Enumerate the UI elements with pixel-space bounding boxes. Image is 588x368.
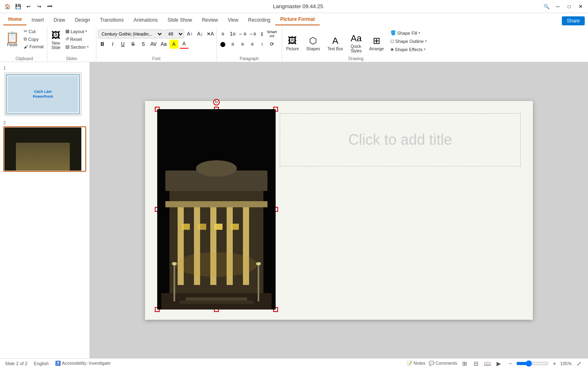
numbering-button[interactable]: 1≡ — [228, 29, 237, 38]
format-label: Format — [29, 44, 44, 49]
layout-dropdown-arrow: ▾ — [85, 29, 87, 33]
comments-button[interactable]: 💬 Comments — [429, 361, 457, 366]
align-right-button[interactable]: ≡ — [238, 40, 247, 49]
tab-review[interactable]: Review — [197, 15, 223, 25]
svg-rect-21 — [258, 265, 259, 301]
zoom-in-button[interactable]: + — [550, 359, 559, 368]
reset-button[interactable]: ↺ Reset — [64, 36, 90, 43]
zoom-control: − + 105% — [506, 359, 572, 368]
font-size-select[interactable]: 48 — [165, 29, 184, 38]
slide-show-button[interactable]: ▶ — [495, 359, 503, 368]
paragraph-label: Paragraph — [217, 56, 282, 61]
slide-1-thumb[interactable]: Cách LàmPowerPoint — [3, 72, 86, 117]
bullets-button[interactable]: ≡ — [218, 29, 227, 38]
justify-button[interactable]: ≡ — [248, 40, 257, 49]
text-direction-button[interactable]: ⟳ — [267, 40, 276, 49]
shape-fill-button[interactable]: 🪣 Shape Fill ▾ — [389, 29, 428, 36]
svg-point-20 — [172, 262, 177, 265]
svg-point-15 — [176, 252, 257, 277]
arrange-label: Arrange — [369, 47, 384, 51]
format-painter-button[interactable]: 🖌 Format — [22, 43, 45, 50]
highlight-button[interactable]: A — [169, 40, 178, 49]
shape-outline-label: Shape Outline — [395, 39, 424, 44]
fit-to-window-button[interactable]: ⤢ — [575, 359, 583, 368]
decrease-indent-button[interactable]: ←≡ — [238, 29, 247, 38]
cut-label: Cut — [29, 29, 36, 34]
layout-button[interactable]: ▦ Layout ▾ — [64, 28, 90, 35]
slide-2-thumb[interactable] — [3, 126, 86, 172]
undo-icon[interactable]: ↩ — [24, 2, 33, 11]
picture-button[interactable]: 🖼 Picture — [284, 34, 301, 53]
shape-fill-label: Shape Fill — [397, 31, 417, 36]
tab-slideshow[interactable]: Slide Show — [163, 15, 197, 25]
reading-view-button[interactable]: 📖 — [483, 359, 492, 368]
clear-formatting-button[interactable]: ✕A — [206, 29, 215, 38]
normal-view-button[interactable]: ⊞ — [461, 359, 469, 368]
arrange-button[interactable]: ⊞ Arrange — [367, 34, 386, 53]
zoom-slider[interactable] — [516, 360, 549, 367]
tab-draw[interactable]: Draw — [49, 15, 70, 25]
share-button[interactable]: Share — [562, 16, 585, 25]
tab-animations[interactable]: Animations — [129, 15, 163, 25]
save-icon[interactable]: 💾 — [14, 2, 22, 11]
increase-indent-button[interactable]: →≡ — [248, 29, 257, 38]
font-family-select[interactable]: Century Gothic (Headin... — [98, 29, 163, 38]
search-icon[interactable]: 🔍 — [542, 2, 550, 11]
slide-canvas[interactable]: ↻ — [145, 101, 533, 320]
change-case-button[interactable]: Aa — [159, 40, 168, 49]
layout-icon: ▦ — [65, 29, 69, 34]
align-center-button[interactable]: ≡ — [228, 40, 237, 49]
slide-1-inner: Cách LàmPowerPoint — [8, 76, 78, 112]
decrease-font-button[interactable]: A↓ — [196, 29, 205, 38]
char-spacing-button[interactable]: AV — [149, 40, 158, 49]
zoom-out-button[interactable]: − — [506, 359, 514, 368]
redo-icon[interactable]: ↪ — [35, 2, 43, 11]
tab-design[interactable]: Design — [70, 15, 95, 25]
minimize-icon[interactable]: ─ — [554, 2, 562, 11]
shadow-button[interactable]: S — [139, 40, 148, 49]
quick-styles-button[interactable]: Aa QuickStyles — [348, 31, 364, 55]
textbox-icon: A — [332, 36, 339, 46]
underline-button[interactable]: U — [118, 40, 127, 49]
italic-button[interactable]: I — [108, 40, 117, 49]
columns-button[interactable]: ⫿ — [258, 29, 267, 38]
tab-picture-format[interactable]: Picture Format — [275, 14, 320, 25]
textbox-button[interactable]: A Text Box — [325, 34, 345, 53]
title-placeholder[interactable]: Click to add title — [280, 113, 521, 166]
copy-button[interactable]: ⧉ Copy — [22, 36, 45, 43]
title-placeholder-text: Click to add title — [348, 131, 452, 148]
slide-sorter-button[interactable]: ⊟ — [472, 359, 480, 368]
notes-button[interactable]: 📝 Notes — [407, 361, 425, 366]
align-left-button[interactable]: ⬤ — [218, 40, 227, 49]
home-icon[interactable]: 🏠 — [3, 2, 11, 11]
picture-label: Picture — [286, 47, 299, 51]
more-icon[interactable]: ••• — [46, 2, 54, 11]
shape-effects-button[interactable]: ◈ Shape Effects ▾ — [389, 46, 428, 53]
paste-icon: 📋 — [6, 32, 19, 43]
smartart-convert-button[interactable]: SmartArt — [267, 29, 276, 38]
font-color-button[interactable]: A — [180, 40, 189, 49]
shape-outline-button[interactable]: ◻ Shape Outline ▾ — [389, 38, 428, 45]
increase-font-button[interactable]: A↑ — [185, 29, 194, 38]
tab-home[interactable]: Home — [3, 14, 27, 25]
slide-2-building — [16, 143, 70, 171]
accessibility-indicator[interactable]: ♿ Accessibility: Investigate — [55, 361, 111, 366]
new-slide-button[interactable]: 🖼 NewSlide — [49, 29, 63, 57]
tab-view[interactable]: View — [223, 15, 243, 25]
tab-recording[interactable]: Recording — [243, 15, 276, 25]
line-spacing-button[interactable]: ↕ — [258, 40, 267, 49]
bold-button[interactable]: B — [98, 40, 107, 49]
maximize-icon[interactable]: □ — [565, 2, 573, 11]
section-button[interactable]: ▤ Section ▾ — [64, 43, 90, 50]
strikethrough-button[interactable]: S — [129, 40, 138, 49]
tab-insert[interactable]: Insert — [27, 15, 49, 25]
copy-icon: ⧉ — [24, 36, 27, 42]
shapes-button[interactable]: ⬡ Shapes — [304, 34, 323, 53]
paste-button[interactable]: 📋 Paste — [3, 31, 21, 54]
cut-button[interactable]: ✂ Cut — [22, 28, 45, 35]
image-container[interactable]: ↻ — [157, 109, 276, 310]
tab-transitions[interactable]: Transitions — [95, 15, 129, 25]
arrange-icon: ⊞ — [373, 36, 380, 46]
close-icon[interactable]: ✕ — [577, 2, 585, 11]
rotate-handle[interactable]: ↻ — [213, 99, 220, 105]
